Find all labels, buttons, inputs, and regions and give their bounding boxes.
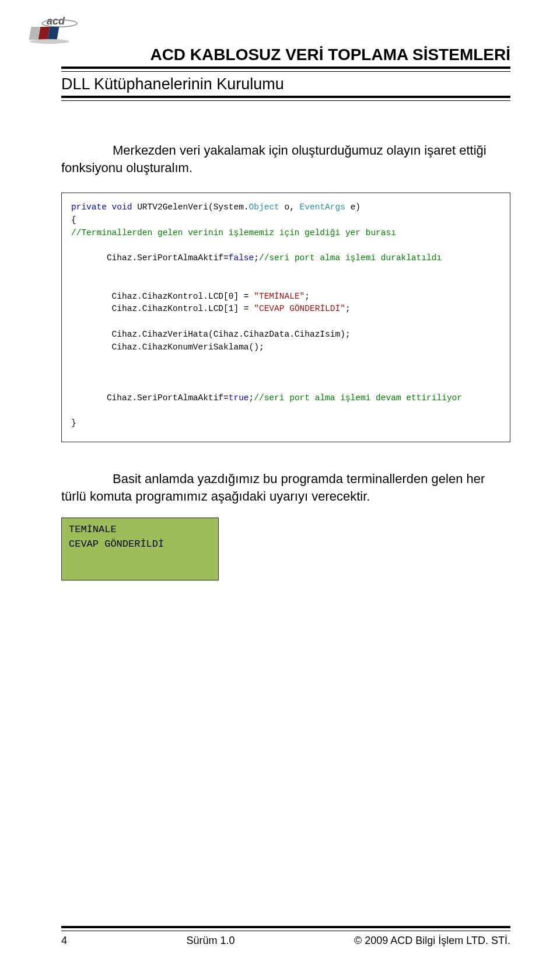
company-logo: acd	[23, 12, 93, 47]
page: acd ACD KABLOSUZ VERİ TOPLAMA SİSTEMLERİ…	[0, 0, 560, 979]
code-type: Object	[249, 202, 279, 212]
code-text: Cihaz.CihazKonumVeriSaklama();	[71, 342, 264, 352]
code-string: "CEVAP GÖNDERİLDİ"	[254, 304, 345, 313]
code-text: e)	[345, 202, 360, 212]
page-footer: 4 Sürüm 1.0 © 2009 ACD Bilgi İşlem LTD. …	[61, 926, 510, 947]
code-keyword: void	[107, 202, 132, 212]
section-heading: DLL Kütüphanelerinin Kurulumu	[61, 75, 510, 93]
code-keyword: false	[229, 253, 254, 263]
code-text: ;	[304, 292, 310, 301]
version-label: Sürüm 1.0	[186, 935, 235, 947]
footer-rule	[61, 926, 510, 931]
code-text: o,	[279, 202, 300, 212]
terminal-output: TEMİNALE CEVAP GÖNDERİLDİ	[61, 518, 219, 580]
paragraph: Merkezden veri yakalamak için oluşturduğ…	[61, 142, 510, 176]
terminal-line: TEMİNALE	[69, 523, 211, 537]
copyright: © 2009 ACD Bilgi İşlem LTD. STİ.	[354, 935, 510, 947]
code-text: }	[71, 418, 76, 428]
code-comment: //Terminallerden gelen verinin işlememiz…	[71, 228, 396, 237]
code-text: Cihaz.CihazKontrol.LCD[0] =	[71, 292, 254, 301]
code-text: Cihaz.SeriPortAlmaAktif=	[71, 393, 229, 403]
code-block: private void URTV2GelenVeri(System.Objec…	[61, 193, 510, 442]
code-text: URTV2GelenVeri(System.	[132, 202, 249, 212]
code-type: EventArgs	[300, 202, 345, 212]
code-string: "TEMİNALE"	[254, 292, 304, 301]
header-rule	[61, 67, 510, 72]
code-text: Cihaz.SeriPortAlmaAktif=	[71, 253, 229, 263]
code-comment: //seri port alma işlemi devam ettiriliyo…	[254, 393, 462, 403]
code-text: ;	[345, 304, 351, 313]
svg-text:acd: acd	[47, 15, 65, 27]
terminal-line: CEVAP GÖNDERİLDİ	[69, 537, 211, 552]
code-keyword: true	[229, 393, 249, 403]
code-text: Cihaz.CihazVeriHata(Cihaz.CihazData.Ciha…	[71, 330, 351, 339]
code-text: {	[71, 215, 76, 225]
svg-point-5	[30, 39, 69, 44]
code-comment: //seri port alma işlemi duraklatıldı	[259, 253, 442, 263]
header-rule	[61, 96, 510, 101]
code-keyword: private	[71, 202, 107, 212]
code-text: ;	[249, 393, 254, 403]
page-number: 4	[61, 935, 67, 947]
code-text: ;	[254, 253, 259, 263]
code-text: Cihaz.CihazKontrol.LCD[1] =	[71, 304, 254, 313]
document-title: ACD KABLOSUZ VERİ TOPLAMA SİSTEMLERİ	[61, 46, 510, 64]
paragraph: Basit anlamda yazdığımız bu programda te…	[61, 470, 510, 505]
